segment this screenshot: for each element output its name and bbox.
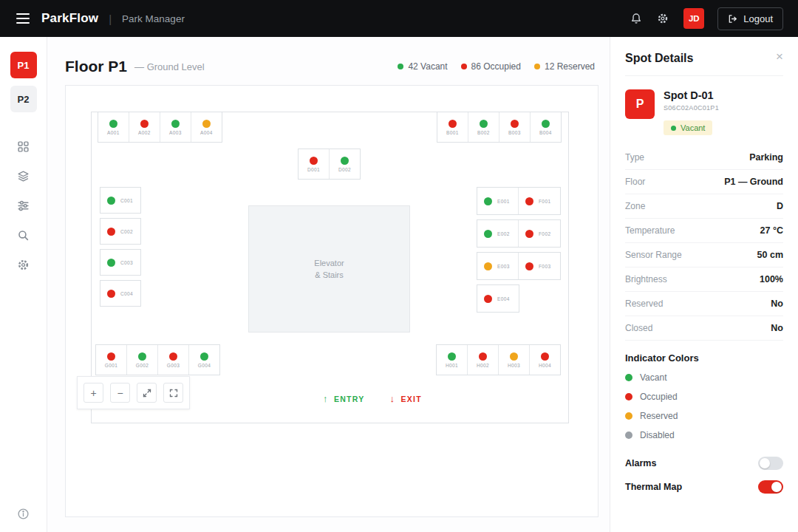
indicator-dot	[625, 432, 632, 439]
spot-status-dot	[200, 352, 208, 361]
spot-status-dot	[109, 120, 117, 128]
logout-button[interactable]: Logout	[717, 7, 783, 30]
parking-spot-h002[interactable]: H002	[468, 345, 499, 375]
legend-dot	[398, 64, 403, 69]
parking-spot-c003[interactable]: C003	[100, 249, 141, 276]
layers-icon[interactable]	[17, 170, 30, 183]
spot-status-dot	[107, 259, 115, 267]
detail-value: Parking	[749, 152, 783, 163]
parking-spot-h003[interactable]: H003	[499, 345, 530, 375]
parking-spot-g003[interactable]: G003	[158, 345, 189, 375]
dashboard-grid-icon[interactable]	[17, 140, 30, 153]
parking-spot-a004[interactable]: A004	[191, 112, 222, 142]
parking-spot-a002[interactable]: A002	[129, 112, 160, 142]
spot-status-dot	[479, 352, 487, 361]
settings-gear-icon[interactable]	[657, 13, 669, 24]
spot-status-dot	[341, 157, 349, 165]
spot-group-d: D001D002	[298, 149, 361, 180]
fullscreen-button[interactable]	[163, 383, 183, 403]
sidebar-floor-p1[interactable]: P1	[10, 52, 37, 78]
zoom-in-button[interactable]: +	[83, 383, 103, 403]
legend-dot	[534, 64, 540, 69]
legend-dot	[461, 64, 467, 69]
parking-spot-b002[interactable]: B002	[468, 112, 499, 142]
parking-spot-e004[interactable]: E004	[477, 285, 519, 312]
detail-label: Brightness	[625, 274, 667, 284]
thermal-map-toggle[interactable]	[758, 480, 783, 494]
parking-spot-e002[interactable]: E002	[477, 220, 519, 247]
spot-label: C002	[120, 229, 133, 234]
alarms-toggle[interactable]	[758, 457, 783, 470]
detail-row-sensor-range: Sensor Range50 cm	[625, 243, 783, 267]
parking-spot-h001[interactable]: H001	[437, 345, 468, 375]
spot-group-ef-row2: E002F002	[477, 219, 561, 248]
spot-status-dot	[484, 197, 492, 205]
indicator-dot	[625, 393, 632, 400]
detail-label: Closed	[625, 323, 652, 333]
parking-spot-d001[interactable]: D001	[299, 149, 330, 179]
parking-spot-c001[interactable]: C001	[100, 187, 141, 214]
filters-sliders-icon[interactable]	[17, 200, 30, 212]
detail-label: Zone	[625, 201, 645, 211]
parking-spot-a001[interactable]: A001	[98, 112, 129, 142]
spot-label: E001	[497, 199, 510, 204]
sidebar-floor-p2[interactable]: P2	[10, 86, 37, 112]
menu-icon[interactable]	[16, 13, 30, 24]
spot-status-dot	[140, 120, 149, 128]
detail-row-type: TypeParking	[625, 146, 783, 170]
spot-label: B001	[446, 130, 459, 135]
parking-spot-c002[interactable]: C002	[100, 218, 141, 245]
parking-spot-b004[interactable]: B004	[531, 112, 561, 142]
parking-spot-g004[interactable]: G004	[189, 345, 219, 375]
spot-group-ef-row4: E004	[477, 284, 519, 313]
spot-label: H004	[539, 363, 551, 368]
notifications-bell-icon[interactable]	[630, 13, 642, 24]
sidebar: P1 P2	[0, 37, 47, 532]
panel-title: Spot Details	[625, 52, 693, 65]
spot-label: E003	[497, 264, 510, 269]
badge-status-dot	[671, 126, 676, 131]
parking-spot-f001[interactable]: F001	[519, 188, 560, 214]
toggle-knob	[771, 482, 782, 492]
spot-label: H002	[477, 363, 489, 368]
parking-spot-c004[interactable]: C004	[100, 280, 141, 307]
parking-spot-b001[interactable]: B001	[437, 112, 468, 142]
detail-value: No	[771, 299, 783, 309]
sidebar-gear-icon[interactable]	[17, 259, 30, 271]
expand-button[interactable]	[137, 383, 157, 403]
parking-spot-b003[interactable]: B003	[499, 112, 531, 142]
spot-label: E002	[497, 231, 510, 236]
spot-status-dot	[449, 120, 457, 128]
parking-spot-g001[interactable]: G001	[96, 345, 127, 375]
spot-label: D001	[307, 167, 320, 172]
spot-status-dot	[484, 295, 492, 303]
parking-spot-f003[interactable]: F003	[519, 253, 560, 279]
logout-label: Logout	[743, 13, 773, 24]
spot-status-dot	[448, 352, 456, 361]
info-icon[interactable]	[17, 508, 30, 520]
close-icon[interactable]: ×	[776, 52, 783, 62]
top-bar: ParkFlow | Park Manager JD Logout	[0, 0, 798, 37]
spot-label: C001	[120, 198, 133, 203]
search-icon[interactable]	[17, 229, 30, 242]
parking-spot-e001[interactable]: E001	[477, 188, 519, 214]
indicator-occupied: Occupied	[625, 392, 783, 402]
spot-status-dot	[169, 352, 177, 361]
detail-row-brightness: Brightness100%	[625, 267, 783, 292]
floor-map: A001A002A003A004 B001B002B003B004 D001D0…	[65, 85, 598, 517]
parking-spot-h004[interactable]: H004	[530, 345, 560, 375]
spot-group-a: A001A002A003A004	[98, 112, 222, 143]
user-avatar[interactable]: JD	[683, 8, 704, 29]
parking-spot-e003[interactable]: E003	[477, 253, 519, 279]
spot-status-dot	[107, 228, 115, 236]
zoom-out-button[interactable]: −	[110, 383, 130, 403]
exit-marker: ↓ EXIT	[390, 393, 422, 404]
spot-status-dot	[107, 197, 115, 205]
parking-spot-g002[interactable]: G002	[127, 345, 158, 375]
parking-spot-f002[interactable]: F002	[519, 220, 560, 247]
indicator-label: Vacant	[640, 372, 666, 383]
parking-spot-a003[interactable]: A003	[160, 112, 191, 142]
spot-status-dot	[202, 120, 211, 128]
spot-status-dot	[525, 230, 533, 238]
parking-spot-d002[interactable]: D002	[330, 149, 360, 179]
